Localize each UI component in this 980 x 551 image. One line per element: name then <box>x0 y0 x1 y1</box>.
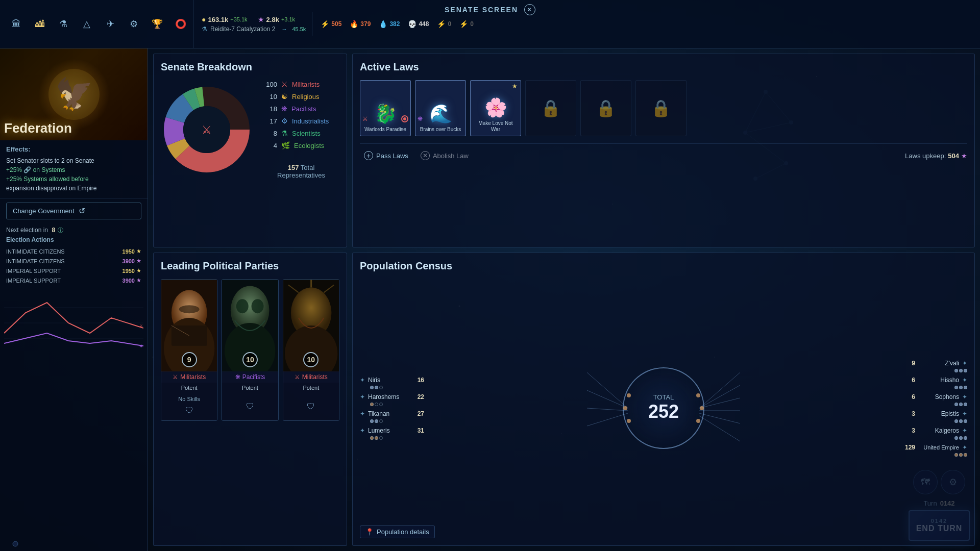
active-laws-panel: Active Laws 🐉 Warlords Paradise ⚔ <box>352 54 975 247</box>
party-ecologists: 4 🌿 Ecologists <box>263 141 339 149</box>
svg-point-49 <box>696 419 700 423</box>
location-icon: 📍 <box>365 528 374 536</box>
effect-3: +25% Systems allowed before <box>6 174 141 184</box>
nav-trophy-icon[interactable]: 🏆 <box>150 17 164 31</box>
change-government-button[interactable]: Change Government ↺ <box>6 203 141 219</box>
party-militarists: 100 ⚔ Militarists <box>263 80 339 88</box>
party-pacifists: 18 ❋ Pacifists <box>263 105 339 113</box>
senate-breakdown-title: Senate Breakdown <box>161 61 339 73</box>
senate-screen-title: SENATE SCREEN <box>445 6 518 14</box>
pop-haroshems: ✦ Haroshems 22 <box>360 393 442 400</box>
nav-galaxy-icon[interactable]: ⭕ <box>174 17 188 31</box>
lock-icon-1: 🔒 <box>541 98 561 118</box>
top-bar: 🏛 🏙 ⚗ △ ✈ ⚙ 🏆 ⭕ ● 163.1k +35.1k ★ 2.8k +… <box>0 0 980 48</box>
law-slot-locked-3: 🔒 <box>635 80 687 136</box>
election-chart: ⚔ ❋ <box>0 288 148 551</box>
pop-lumeris-dots <box>360 436 442 440</box>
pop-united-empire: 129 United Empire ✦ <box>886 444 967 451</box>
influence-delta: +3.1k <box>281 16 295 22</box>
election-action-3[interactable]: IMPERIAL SUPPORT 1950 ★ <box>6 266 141 276</box>
party-card-1: 9 ⚔ Militarists Potent No Skills 🛡 <box>161 279 217 421</box>
svg-line-35 <box>587 390 628 408</box>
plus-icon: + <box>364 151 373 160</box>
law-make-love-not-war[interactable]: 🌸 Make Love Not War <box>470 80 521 136</box>
nav-icons: 🏛 🏙 ⚗ △ ✈ ⚙ 🏆 ⭕ <box>4 0 193 48</box>
influence-value: 2.8k <box>266 16 279 23</box>
credits-delta: +35.1k <box>230 16 247 22</box>
stat-skull: 448 <box>419 20 429 28</box>
shield-icon-1[interactable]: 🛡 <box>183 404 195 417</box>
top-panels: Senate Breakdown <box>153 54 975 247</box>
x-icon: ✕ <box>421 151 430 160</box>
senate-breakdown-panel: Senate Breakdown <box>153 54 347 247</box>
warlords-name: Warlords Paradise <box>364 127 406 133</box>
election-next: Next election in 8 ⓘ <box>6 227 141 234</box>
faction-effects: Effects: Set Senator slots to 2 on Senat… <box>0 140 148 198</box>
law-slot-locked-1: 🔒 <box>525 80 576 136</box>
strength-2: Potent <box>222 383 278 393</box>
nav-science-icon[interactable]: ⚗ <box>56 17 70 31</box>
research-pct: 45.5k <box>292 26 306 32</box>
resource-row-1: ● 163.1k +35.1k ★ 2.8k +3.1k <box>202 15 306 23</box>
election-actions-label: Election Actions <box>6 236 141 243</box>
strength-3: Potent <box>283 383 339 393</box>
research-row: ⚗ Reidite-7 Catalyzation 2 → 45.5k <box>202 26 306 33</box>
rank-badge-1: 9 <box>182 352 197 367</box>
svg-text:❋: ❋ <box>139 344 143 348</box>
shield-icon-3[interactable]: 🛡 <box>305 400 317 413</box>
svg-point-46 <box>627 419 631 423</box>
svg-line-34 <box>587 372 628 408</box>
nav-senate-icon[interactable]: 🏙 <box>33 17 47 31</box>
svg-line-39 <box>699 385 740 408</box>
senate-title-bar: SENATE SCREEN × <box>445 4 535 15</box>
law-warlords-paradise[interactable]: 🐉 Warlords Paradise ⚔ <box>360 80 411 136</box>
election-action-2[interactable]: INTIMIDATE CITIZENS 3900 ★ <box>6 256 141 266</box>
shield-icon-2[interactable]: 🛡 <box>244 400 256 413</box>
election-action-4[interactable]: IMPERIAL SUPPORT 3900 ★ <box>6 276 141 285</box>
svg-point-48 <box>700 406 704 410</box>
census-left-list: ✦ Niris 16 <box>360 279 442 537</box>
svg-line-42 <box>699 413 740 423</box>
svg-text:⚔: ⚔ <box>202 123 212 136</box>
nav-military-icon[interactable]: △ <box>80 17 94 31</box>
pop-hissho-dots <box>886 386 967 389</box>
nav-ship-icon[interactable]: ✈ <box>103 17 117 31</box>
affiliation-1: ⚔ Militarists <box>161 371 217 383</box>
senate-donut-chart: ⚔ <box>161 84 253 176</box>
warlords-icon: 🐉 <box>374 103 397 124</box>
party-scientists: 8 ⚗ Scientists <box>263 129 339 137</box>
pass-laws-button[interactable]: + Pass Laws <box>360 149 412 162</box>
close-screen-button[interactable]: × <box>524 4 535 15</box>
portrait-3: 10 <box>283 280 339 371</box>
pop-lumeris: ✦ Lumeris 31 <box>360 427 442 434</box>
law-brains-over-bucks[interactable]: 🌊 Brains over Bucks ❋ <box>415 80 466 136</box>
effects-label: Effects: <box>6 145 141 153</box>
population-details-button[interactable]: 📍 Population details <box>360 525 435 538</box>
pop-niris: ✦ Niris 16 <box>360 377 442 384</box>
bottom-panels: Leading Political Parties <box>153 253 975 546</box>
skills-3: 🛡 <box>283 393 339 420</box>
effect-1: Set Senator slots to 2 on Senate <box>6 156 141 165</box>
pop-kalgeros: 3 Kalgeros ✦ <box>886 427 967 434</box>
affiliation-3: ⚔ Militarists <box>283 371 339 383</box>
active-laws-title: Active Laws <box>360 61 967 73</box>
nav-city-icon[interactable]: 🏛 <box>9 17 23 31</box>
resources-panel: ● 163.1k +35.1k ★ 2.8k +3.1k ⚗ Reidite-7… <box>195 12 312 36</box>
right-area: Senate Breakdown <box>148 48 980 551</box>
make-love-icon: 🌸 <box>484 97 507 118</box>
parties-cards: 9 ⚔ Militarists Potent No Skills 🛡 <box>161 279 339 421</box>
effect-4: expansion disapproval on Empire <box>6 184 141 193</box>
svg-point-44 <box>627 393 631 397</box>
political-parties-title: Leading Political Parties <box>161 260 339 272</box>
brains-name: Brains over Bucks <box>420 127 461 133</box>
make-love-name: Make Love Not War <box>474 120 518 133</box>
abolish-law-button[interactable]: ✕ Abolish Law <box>421 151 469 160</box>
faction-name: Federation <box>4 120 72 136</box>
election-action-1[interactable]: INTIMIDATE CITIZENS 1950 ★ <box>6 246 141 256</box>
svg-point-7 <box>13 541 18 546</box>
nav-settings-icon[interactable]: ⚙ <box>127 17 141 31</box>
party-religious: 10 ☯ Religious <box>263 92 339 101</box>
law-slot-locked-2: 🔒 <box>580 80 631 136</box>
affiliation-2: ❋ Pacifists <box>222 371 278 383</box>
influence-resource: ★ 2.8k +3.1k <box>258 15 296 23</box>
